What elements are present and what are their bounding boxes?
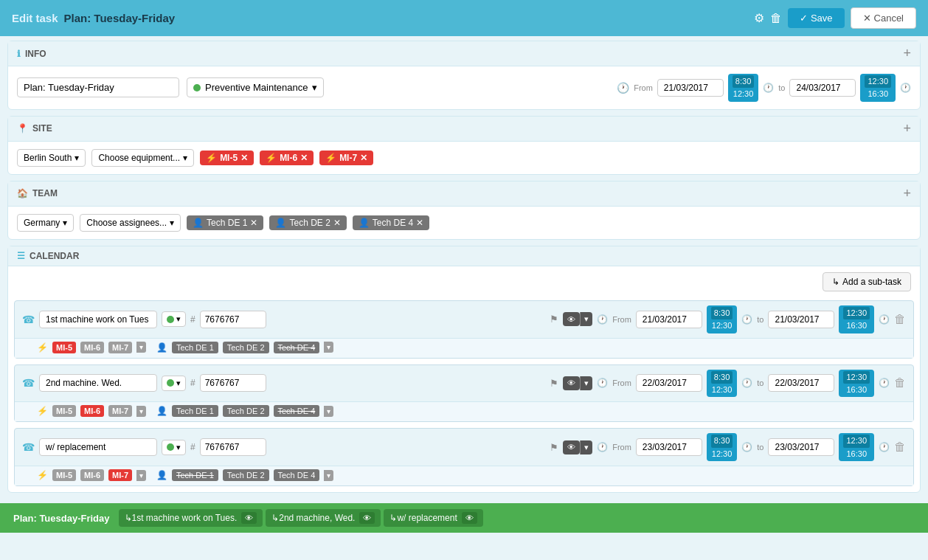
- person-icon-4: 👤: [359, 218, 370, 228]
- subtask-1-techs-dropdown[interactable]: ▾: [324, 342, 333, 353]
- subtask-2-status-select[interactable]: ▾: [162, 376, 186, 391]
- subtask-2-mi6-tag[interactable]: MI-6: [80, 405, 104, 417]
- header-right: ⚙ 🗑 ✓ Save ✕ Cancel: [754, 7, 916, 29]
- clock-icon-3: 🕐: [597, 442, 608, 452]
- from-date-input[interactable]: [657, 79, 724, 97]
- subtask-3-tech4-tag[interactable]: Tech DE 4: [274, 469, 320, 481]
- assignee-tag-4: 👤 Tech DE 4 ✕: [353, 215, 429, 230]
- from-time-block: 8:30 12:30: [728, 74, 758, 102]
- subtask-2-name-input[interactable]: [39, 374, 157, 392]
- save-button[interactable]: ✓ Save: [788, 8, 845, 28]
- subtask-2: ☎ ▾ # ⚑ 👁 ▾ 🕐 From: [14, 364, 914, 423]
- subtask-2-to-date[interactable]: [768, 374, 834, 392]
- subtask-2-from-date[interactable]: [636, 374, 702, 392]
- remove-tech-de1-button[interactable]: ✕: [250, 218, 257, 228]
- info-body: Preventive Maintenance ▾ 🕐 From 8:30 12:…: [8, 66, 920, 109]
- equipment-dropdown[interactable]: Choose equipment... ▾: [91, 149, 194, 167]
- info-add-button[interactable]: +: [903, 46, 911, 61]
- subtask-3-eye-button[interactable]: 👁: [563, 440, 580, 454]
- subtask-2-techs-dropdown[interactable]: ▾: [324, 406, 333, 417]
- mi6-label: MI-6: [280, 153, 297, 163]
- subtask-1-tech4-tag[interactable]: Tech DE 4: [274, 342, 320, 353]
- bottom-task-2-eye-button[interactable]: 👁: [359, 512, 375, 524]
- country-dropdown[interactable]: Germany ▾: [17, 214, 74, 232]
- subtask-1-mi7-tag[interactable]: MI-7: [108, 342, 132, 353]
- to-date-input[interactable]: [789, 79, 856, 97]
- subtask-2-hash-input[interactable]: [200, 374, 266, 392]
- remove-mi5-button[interactable]: ✕: [240, 153, 248, 163]
- subtask-1-to-date[interactable]: [768, 311, 834, 328]
- remove-mi6-button[interactable]: ✕: [300, 153, 308, 163]
- remove-tech-de4-button[interactable]: ✕: [416, 218, 423, 228]
- subtask-3-hash-input[interactable]: [200, 438, 266, 456]
- site-add-button[interactable]: +: [903, 121, 911, 136]
- subtask-1-machines-dropdown[interactable]: ▾: [136, 342, 146, 353]
- subtask-3-from-date[interactable]: [636, 438, 702, 456]
- subtask-3-mi6-tag[interactable]: MI-6: [80, 469, 104, 481]
- subtask-2-dropdown-button[interactable]: ▾: [580, 376, 592, 390]
- subtask-2-mi7-tag[interactable]: MI-7: [108, 405, 132, 417]
- subtask-1-mi5-tag[interactable]: MI-5: [52, 342, 76, 353]
- subtask-3-status-select[interactable]: ▾: [162, 440, 186, 455]
- subtask-2-tech2-tag[interactable]: Tech DE 2: [223, 405, 269, 417]
- subtask-1-tech2-tag[interactable]: Tech DE 2: [223, 342, 269, 353]
- subtask-3-to-date[interactable]: [768, 438, 834, 456]
- subtask-2-to-time-top: 12:30: [843, 371, 870, 384]
- subtask-2-tech1-tag[interactable]: Tech DE 1: [172, 405, 218, 417]
- site-section-header: 📍 SITE +: [8, 117, 920, 142]
- equipment-chevron-icon: ▾: [183, 153, 187, 163]
- subtask-1-main-row: ☎ ▾ # ⚑ 👁 ▾ 🕐 From: [15, 301, 913, 338]
- subtask-1-to-clock-icon: 🕐: [879, 314, 890, 325]
- bolt-icon-mi6: ⚡: [266, 153, 277, 163]
- equipment-tag-mi5: ⚡ MI-5 ✕: [200, 151, 254, 165]
- subtask-1-hash-input[interactable]: [200, 311, 266, 328]
- subtask-1-from-date[interactable]: [636, 311, 702, 328]
- subtask-3-tech2-tag[interactable]: Tech DE 2: [223, 469, 269, 481]
- subtask-2-machines-dropdown[interactable]: ▾: [136, 406, 146, 417]
- assignees-dropdown[interactable]: Choose assignees... ▾: [80, 214, 181, 232]
- cancel-button[interactable]: ✕ Cancel: [851, 7, 916, 29]
- subtask-2-from-time-bottom: 12:30: [712, 384, 733, 395]
- subtask-3-delete-button[interactable]: 🗑: [894, 440, 906, 454]
- to-label: to: [778, 83, 785, 92]
- subtask-2-mi5-tag[interactable]: MI-5: [52, 405, 76, 417]
- subtask-1-status-select[interactable]: ▾: [162, 311, 186, 327]
- calendar-section: ☰ CALENDAR ↳ Add a sub-task ☎ ▾: [7, 246, 921, 493]
- type-select[interactable]: Preventive Maintenance ▾: [187, 77, 324, 97]
- bottom-task-3-eye-button[interactable]: 👁: [462, 512, 477, 524]
- subtask-3-from-clock-icon: 🕐: [741, 442, 752, 452]
- subtask-2-eye-button[interactable]: 👁: [563, 376, 580, 390]
- subtask-3-dropdown-button[interactable]: ▾: [580, 440, 592, 454]
- add-subtask-button[interactable]: ↳ Add a sub-task: [823, 272, 911, 291]
- edit-task-label: Edit task: [12, 12, 58, 24]
- subtask-3-tech1-tag[interactable]: Tech DE 1: [172, 469, 218, 481]
- subtask-2-tech4-tag[interactable]: Tech DE 4: [274, 405, 320, 417]
- team-add-button[interactable]: +: [903, 186, 911, 201]
- subtask-1-name-input[interactable]: [39, 311, 157, 328]
- subtask-1-delete-button[interactable]: 🗑: [894, 313, 906, 326]
- subtask-2-delete-button[interactable]: 🗑: [894, 376, 906, 390]
- settings-icon-btn[interactable]: ⚙: [754, 11, 764, 25]
- plan-name-input[interactable]: [17, 77, 179, 97]
- remove-mi7-button[interactable]: ✕: [360, 153, 367, 163]
- subtask-1-dropdown-button[interactable]: ▾: [580, 312, 592, 326]
- equipment-tag-mi6: ⚡ MI-6 ✕: [260, 151, 314, 165]
- save-label: Save: [811, 13, 833, 24]
- subtask-3-machines-dropdown[interactable]: ▾: [136, 470, 146, 481]
- subtask-3-name-input[interactable]: [39, 438, 157, 456]
- site-row: Berlin South ▾ Choose equipment... ▾ ⚡ M…: [17, 149, 911, 167]
- trash-icon-btn[interactable]: 🗑: [770, 12, 782, 25]
- subtask-1-eye-button[interactable]: 👁: [563, 312, 580, 326]
- bottom-task-1-eye-button[interactable]: 👁: [241, 512, 257, 524]
- remove-tech-de2-button[interactable]: ✕: [333, 218, 341, 228]
- subtask-3-mi7-tag[interactable]: MI-7: [108, 469, 132, 481]
- subtask-3-mi5-tag[interactable]: MI-5: [52, 469, 76, 481]
- location-dropdown[interactable]: Berlin South ▾: [17, 149, 86, 167]
- subtask-1-tech1-tag[interactable]: Tech DE 1: [172, 342, 218, 353]
- subtask-3-main-row: ☎ ▾ # ⚑ 👁 ▾ 🕐 From: [15, 429, 913, 466]
- calendar-toolbar: ↳ Add a sub-task: [8, 266, 920, 297]
- subtask-3-techs-dropdown[interactable]: ▾: [324, 470, 333, 481]
- subtask-1-mi6-tag[interactable]: MI-6: [80, 342, 104, 353]
- to-label-3: to: [757, 443, 763, 452]
- phone-icon-2: ☎: [22, 377, 35, 389]
